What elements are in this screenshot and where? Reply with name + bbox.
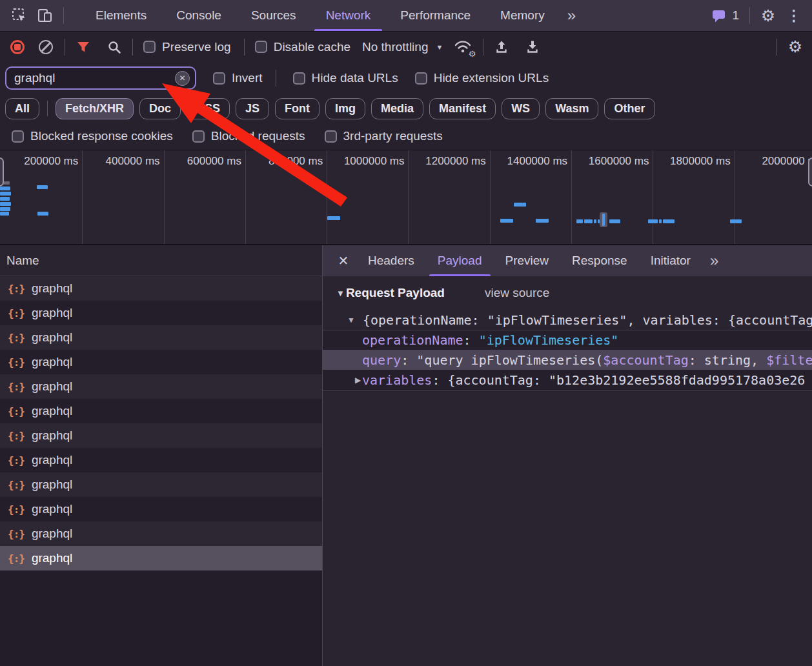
filter-pill-media[interactable]: Media <box>371 98 423 119</box>
network-settings-button[interactable]: ⚙ <box>782 32 808 63</box>
request-row[interactable]: {:}graphql <box>0 374 322 399</box>
hide-data-urls-checkbox[interactable]: Hide data URLs <box>293 71 398 85</box>
blocked-response-cookies-checkbox[interactable]: Blocked response cookies <box>12 129 173 143</box>
filter-toggle-button[interactable] <box>70 32 96 63</box>
filter-pill-img[interactable]: Img <box>325 98 365 119</box>
collapsed-triangle-icon[interactable]: ▶ <box>355 376 361 385</box>
overview-left-handle[interactable] <box>0 157 4 187</box>
checkbox-box[interactable] <box>12 130 24 143</box>
request-row[interactable]: {:}graphql <box>0 448 322 472</box>
checkbox-box[interactable] <box>415 72 427 85</box>
overview-request-bar <box>0 202 11 206</box>
request-row[interactable]: {:}graphql <box>0 276 322 301</box>
expanded-triangle-icon[interactable]: ▼ <box>336 288 345 298</box>
request-row[interactable]: {:}graphql <box>0 497 322 521</box>
import-har-button[interactable] <box>489 32 514 63</box>
overview-request-bar <box>536 219 549 223</box>
search-button[interactable] <box>101 32 127 63</box>
overview-column: 400000 ms <box>83 150 164 244</box>
inspect-element-button[interactable] <box>6 0 32 31</box>
device-toolbar-button[interactable] <box>32 0 58 31</box>
details-tab-response[interactable]: Response <box>560 245 639 276</box>
checkbox-box[interactable] <box>255 41 267 53</box>
expanded-triangle-icon[interactable]: ▼ <box>347 316 355 325</box>
network-conditions-button[interactable]: ⚙ <box>453 37 474 57</box>
export-har-button[interactable] <box>520 32 545 63</box>
issues-button[interactable]: 1 <box>706 8 744 23</box>
close-details-button[interactable]: ✕ <box>330 245 356 276</box>
request-row[interactable]: {:}graphql <box>0 350 322 374</box>
tab-elements[interactable]: Elements <box>81 0 161 31</box>
more-panels-button[interactable]: » <box>560 6 584 25</box>
filter-pill-doc[interactable]: Doc <box>139 98 181 119</box>
request-row[interactable]: {:}graphql <box>0 423 322 448</box>
network-overview-timeline[interactable]: 200000 ms400000 ms600000 ms800000 ms1000… <box>0 150 812 245</box>
overview-column: 2000000 ms <box>735 150 812 244</box>
payload-tree-row[interactable]: operationName: "ipFlowTimeseries" <box>323 330 812 350</box>
checkbox-box[interactable] <box>293 72 305 85</box>
disable-cache-checkbox[interactable]: Disable cache <box>255 40 350 54</box>
name-column-header[interactable]: Name <box>0 245 322 276</box>
preserve-log-checkbox[interactable]: Preserve log <box>143 40 231 54</box>
details-tab-payload[interactable]: Payload <box>426 245 494 276</box>
braces-icon: {:} <box>8 332 25 344</box>
main-menu-button[interactable]: ⋮ <box>781 0 807 31</box>
filter-pill-fetch-xhr[interactable]: Fetch/XHR <box>56 98 134 119</box>
chevron-down-icon: ▼ <box>436 43 443 51</box>
blocked-requests-checkbox[interactable]: Blocked requests <box>192 129 305 143</box>
overview-column: 1600000 ms <box>572 150 653 244</box>
filter-pill-other[interactable]: Other <box>604 98 655 119</box>
filter-pill-wasm[interactable]: Wasm <box>545 98 598 119</box>
overview-request-bar <box>37 212 48 216</box>
details-tab-initiator[interactable]: Initiator <box>639 245 702 276</box>
request-row[interactable]: {:}graphql <box>0 546 322 570</box>
request-name: graphql <box>32 281 72 296</box>
request-name: graphql <box>32 502 72 516</box>
overview-tick-label: 200000 ms <box>24 155 78 168</box>
filter-pill-js[interactable]: JS <box>236 98 269 119</box>
overview-tick-label: 1400000 ms <box>507 155 568 168</box>
request-row[interactable]: {:}graphql <box>0 325 322 350</box>
braces-icon: {:} <box>8 430 25 442</box>
filter-pill-all[interactable]: All <box>5 98 39 119</box>
payload-text-segment: variables <box>362 372 432 388</box>
checkbox-box[interactable] <box>192 130 205 143</box>
hide-extension-urls-checkbox[interactable]: Hide extension URLs <box>415 71 549 85</box>
overview-right-handle[interactable] <box>808 157 812 187</box>
request-row[interactable]: {:}graphql <box>0 399 322 423</box>
more-details-tabs-button[interactable]: » <box>702 252 726 270</box>
filter-pill-font[interactable]: Font <box>275 98 320 119</box>
view-source-link[interactable]: view source <box>485 286 549 300</box>
throttling-dropdown[interactable]: No throttling ▼ <box>362 40 443 54</box>
details-tab-preview[interactable]: Preview <box>494 245 561 276</box>
filter-input-box[interactable]: ✕ <box>5 66 196 90</box>
3rd-party-requests-checkbox[interactable]: 3rd-party requests <box>325 129 443 143</box>
request-row[interactable]: {:}graphql <box>0 472 322 497</box>
filter-pill-manifest[interactable]: Manifest <box>429 98 496 119</box>
request-payload-section-header[interactable]: ▼ Request Payload view source <box>323 276 812 310</box>
checkbox-box[interactable] <box>143 41 156 53</box>
payload-tree-row[interactable]: query: "query ipFlowTimeseries($accountT… <box>323 350 812 370</box>
checkbox-box[interactable] <box>325 130 337 143</box>
tab-console[interactable]: Console <box>161 0 236 31</box>
checkbox-box[interactable] <box>213 72 225 85</box>
payload-tree-row[interactable]: ▼{operationName: "ipFlowTimeseries", var… <box>323 310 812 330</box>
details-tab-headers[interactable]: Headers <box>356 245 426 276</box>
filter-pill-ws[interactable]: WS <box>502 98 540 119</box>
clear-filter-button[interactable]: ✕ <box>175 71 190 86</box>
filter-pill-css[interactable]: CSS <box>187 98 230 119</box>
tab-sources[interactable]: Sources <box>236 0 311 31</box>
invert-checkbox[interactable]: Invert <box>213 71 263 85</box>
filter-input[interactable] <box>9 71 175 85</box>
funnel-icon <box>76 39 91 55</box>
braces-icon: {:} <box>8 381 25 393</box>
payload-tree-row[interactable]: ▶variables: {accountTag: "b12e3b2192ee55… <box>323 370 812 391</box>
tab-performance[interactable]: Performance <box>385 0 485 31</box>
settings-button[interactable]: ⚙ <box>755 0 781 31</box>
clear-network-log-button[interactable] <box>39 40 53 54</box>
tab-memory[interactable]: Memory <box>485 0 560 31</box>
tab-network[interactable]: Network <box>311 0 386 31</box>
request-row[interactable]: {:}graphql <box>0 301 322 325</box>
record-network-log-button[interactable] <box>10 40 25 54</box>
request-row[interactable]: {:}graphql <box>0 521 322 546</box>
